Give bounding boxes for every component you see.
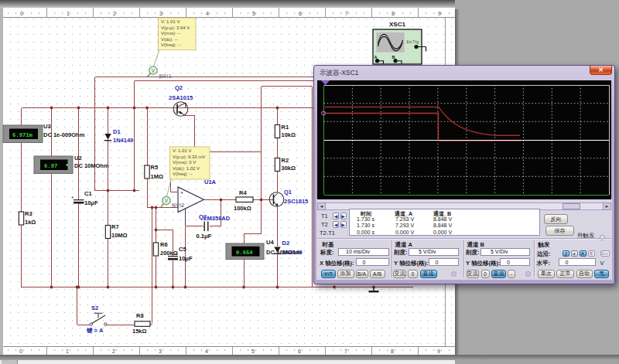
svg-text:V(freq): --: V(freq): -- [173,172,193,176]
svg-text:Q1: Q1 [284,189,292,196]
svg-text:R5: R5 [151,164,159,171]
svg-text:10MΩ: 10MΩ [111,232,128,239]
svg-text:R8: R8 [136,312,144,319]
svg-text:DC: DC [266,249,275,256]
svg-text:100kΩ: 100kΩ [234,205,251,212]
svg-text:LM358AD: LM358AD [203,215,231,222]
svg-text:U3: U3 [43,123,51,130]
svg-text:8: 8 [392,11,395,16]
svg-text:V(dc): 1.02 V: V(dc): 1.02 V [173,166,200,171]
svg-text:6.971m: 6.971m [12,132,33,138]
svg-text:V: 1.01 V: V: 1.01 V [173,148,191,153]
svg-text:XSC1: XSC1 [389,21,405,28]
svg-text:+: + [227,245,231,250]
svg-text:B: B [392,55,395,60]
svg-text:探针1: 探针1 [159,73,172,79]
svg-text:探针2: 探针2 [172,202,185,208]
svg-text:Ext Trig: Ext Trig [407,40,419,44]
svg-text:200kΩ: 200kΩ [160,250,178,257]
svg-text:U4: U4 [266,239,274,246]
svg-text:9: 9 [437,349,440,354]
svg-text:2SA1015: 2SA1015 [169,94,193,101]
svg-text:V(p-p): 9.33 mV: V(p-p): 9.33 mV [173,155,205,159]
svg-text:6: 6 [299,11,302,16]
svg-text:5: 5 [252,11,255,16]
svg-text:4: 4 [205,349,208,354]
svg-text:V(p-p): 3.64 V: V(p-p): 3.64 V [161,26,190,30]
svg-text:DC 1e-009Ohm: DC 1e-009Ohm [43,131,85,138]
svg-text:1kΩ: 1kΩ [25,219,36,226]
svg-text:5: 5 [251,349,255,354]
svg-text:10MOhm: 10MOhm [277,249,302,256]
svg-text:6: 6 [298,349,301,354]
svg-text:30kΩ: 30kΩ [282,165,296,172]
svg-text:S2: S2 [91,304,98,311]
svg-text:R6: R6 [160,241,168,248]
svg-text:10μF: 10μF [84,199,98,206]
svg-text:U1A: U1A [204,179,217,185]
svg-text:+: + [180,190,183,196]
svg-text:V: V [152,68,156,73]
svg-text:7: 7 [345,11,348,16]
svg-text:1N4149: 1N4149 [113,137,133,144]
svg-text:D2: D2 [282,240,290,247]
svg-text:DC 10MOhm: DC 10MOhm [74,162,109,169]
svg-text:+: + [71,195,74,199]
svg-text:4: 4 [206,11,209,16]
svg-text:V: V [165,198,169,203]
svg-text:2: 2 [113,11,116,16]
svg-text:V(rms): --: V(rms): -- [161,31,180,36]
svg-text:9: 9 [438,11,441,16]
svg-text:10μF: 10μF [179,255,193,262]
svg-text:V(freq): --: V(freq): -- [161,43,181,47]
svg-text:2SC1815: 2SC1815 [284,198,308,205]
svg-text:15kΩ: 15kΩ [132,328,147,335]
svg-text:R2: R2 [282,157,289,164]
svg-text:D1: D1 [113,128,121,135]
svg-text:1MΩ: 1MΩ [151,173,163,180]
svg-text:2: 2 [112,349,115,354]
svg-text:1: 1 [66,349,69,354]
svg-text:3: 3 [159,11,162,16]
svg-text:1: 1 [67,11,70,16]
svg-text:0: 0 [19,349,22,354]
svg-text:A: A [374,55,378,60]
svg-text:R1: R1 [282,124,289,131]
svg-text:V: 1.01 V: V: 1.01 V [161,19,180,24]
svg-text:C1: C1 [84,190,92,197]
svg-text:Q2: Q2 [175,84,183,91]
svg-text:8: 8 [391,349,394,354]
svg-text:0: 0 [20,11,23,16]
svg-text:7: 7 [344,349,347,354]
svg-text:R4: R4 [239,189,247,196]
svg-text:键 = A: 键 = A [86,327,104,334]
svg-text:U2: U2 [74,155,82,162]
svg-text:6.97: 6.97 [44,163,57,169]
svg-text:V(dc): --: V(dc): -- [161,37,178,42]
svg-text:C5: C5 [179,246,186,253]
svg-text:0.654: 0.654 [236,250,253,256]
svg-text:0.1μF: 0.1μF [197,233,212,240]
svg-text:V(rms): 0 V: V(rms): 0 V [173,160,196,165]
svg-text:10kΩ: 10kΩ [282,131,296,138]
svg-text:R7: R7 [111,223,119,230]
svg-text:R3: R3 [25,210,32,217]
svg-text:+: + [36,158,39,162]
svg-text:3: 3 [159,349,162,354]
